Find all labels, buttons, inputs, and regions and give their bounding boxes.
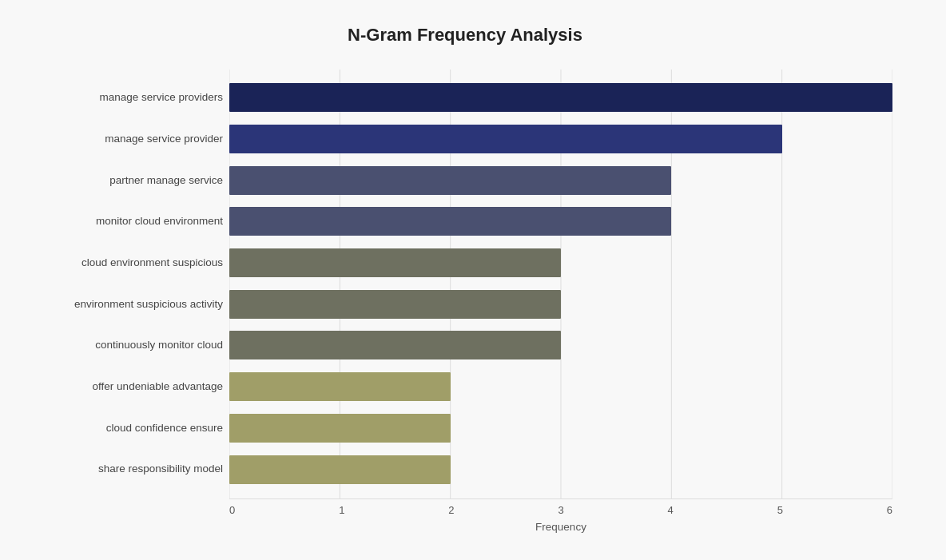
bar-row	[229, 204, 892, 239]
bar	[229, 290, 561, 319]
x-tick: 4	[668, 504, 674, 516]
bar	[229, 414, 451, 443]
bar-row	[229, 452, 892, 487]
y-label: monitor cloud environment	[96, 215, 223, 228]
x-tick: 1	[339, 504, 344, 516]
chart-container: N-Gram Frequency Analysis manage service…	[22, 9, 924, 552]
y-label: continuously monitor cloud	[95, 339, 223, 351]
chart-inner: manage service providersmanage service p…	[38, 70, 892, 498]
x-axis-label: Frequency	[229, 521, 892, 533]
y-label: manage service provider	[105, 133, 223, 145]
y-label: manage service providers	[99, 91, 223, 104]
bar-row	[229, 163, 892, 198]
y-labels: manage service providersmanage service p…	[38, 70, 229, 498]
x-axis: 0123456 Frequency	[229, 498, 892, 533]
x-axis-container: 0123456 Frequency	[38, 498, 892, 533]
bar-row	[229, 369, 892, 404]
y-label: offer undeniable advantage	[93, 380, 223, 393]
bar-row	[229, 287, 892, 322]
bar	[229, 455, 451, 484]
x-tick: 2	[448, 504, 454, 516]
bar-row	[229, 80, 892, 115]
chart-title: N-Gram Frequency Analysis	[38, 25, 892, 46]
x-tick: 6	[887, 504, 892, 516]
bar	[229, 125, 782, 153]
x-ticks: 0123456	[229, 499, 892, 516]
x-tick: 5	[777, 504, 783, 516]
bar	[229, 166, 671, 195]
bar	[229, 83, 892, 112]
bar	[229, 248, 561, 277]
chart-area: manage service providersmanage service p…	[38, 70, 892, 533]
x-tick: 3	[558, 504, 563, 516]
bar-row	[229, 245, 892, 280]
y-label: partner manage service	[109, 174, 223, 187]
y-label: share responsibility model	[98, 463, 223, 475]
bar	[229, 331, 561, 359]
bars-area	[229, 70, 892, 498]
bar	[229, 207, 671, 236]
x-axis-spacer	[38, 498, 229, 533]
y-label: cloud environment suspicious	[81, 256, 223, 269]
bar-row	[229, 328, 892, 363]
x-tick: 0	[229, 504, 235, 516]
y-label: cloud confidence ensure	[106, 422, 223, 435]
bar-row	[229, 411, 892, 446]
bar	[229, 372, 451, 401]
bar-row	[229, 121, 892, 157]
y-label: environment suspicious activity	[74, 298, 223, 311]
